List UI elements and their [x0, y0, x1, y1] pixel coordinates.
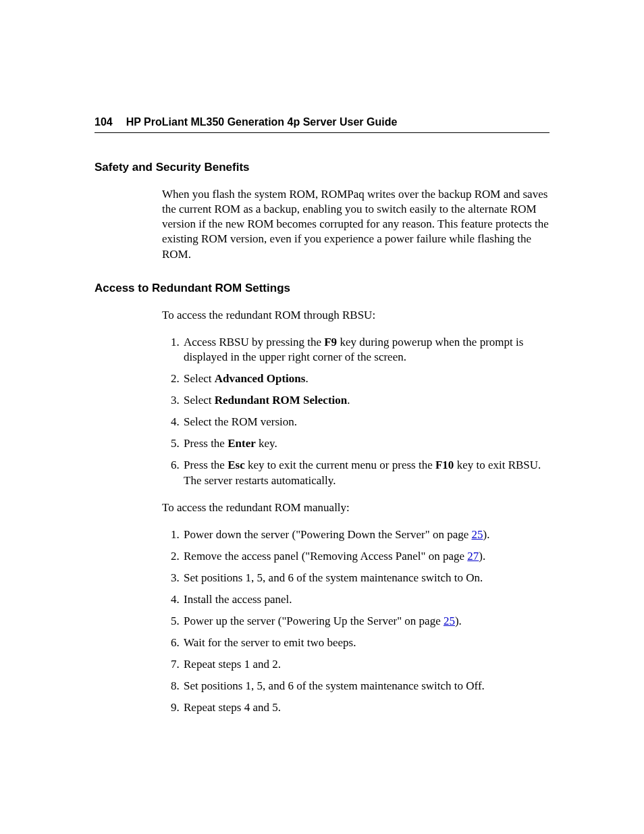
step-bold: Esc: [227, 459, 245, 471]
step-text: .: [347, 394, 350, 407]
list-item: Press the Enter key.: [182, 436, 549, 451]
step-text: Press the: [184, 459, 227, 471]
steps-manual: Power down the server ("Powering Down th…: [162, 527, 549, 716]
safety-paragraph: When you flash the system ROM, ROMPaq wr…: [162, 187, 549, 261]
list-item: Repeat steps 4 and 5.: [182, 700, 549, 715]
list-item: Power up the server ("Powering Up the Se…: [182, 614, 549, 629]
list-item: Repeat steps 1 and 2.: [182, 657, 549, 672]
list-item: Set positions 1, 5, and 6 of the system …: [182, 571, 549, 585]
list-item: Press the Esc key to exit the current me…: [182, 458, 549, 488]
list-item: Install the access panel.: [182, 592, 549, 607]
step-text: Press the: [184, 437, 227, 450]
step-text: ).: [479, 550, 485, 563]
step-text: ).: [455, 615, 462, 627]
step-bold: Redundant ROM Selection: [215, 394, 347, 407]
step-text: ).: [483, 528, 490, 541]
step-text: Power down the server ("Powering Down th…: [184, 528, 472, 541]
step-text: Select: [184, 372, 215, 385]
section-heading-access: Access to Redundant ROM Settings: [95, 281, 549, 296]
list-item: Remove the access panel ("Removing Acces…: [182, 549, 549, 564]
step-text: key.: [256, 437, 277, 450]
step-text: key to exit the current menu or press th…: [245, 459, 435, 471]
list-item: Set positions 1, 5, and 6 of the system …: [182, 679, 549, 694]
step-text: Power up the server ("Powering Up the Se…: [184, 615, 444, 627]
step-bold: Advanced Options: [215, 372, 306, 385]
step-text: Remove the access panel ("Removing Acces…: [184, 550, 467, 563]
list-item: Power down the server ("Powering Down th…: [182, 527, 549, 542]
list-item: Select Advanced Options.: [182, 371, 549, 386]
intro-manual: To access the redundant ROM manually:: [162, 500, 549, 515]
list-item: Wait for the server to emit two beeps.: [182, 635, 549, 650]
page-link-25[interactable]: 25: [472, 528, 483, 541]
document-title: HP ProLiant ML350 Generation 4p Server U…: [126, 116, 398, 128]
section-heading-safety: Safety and Security Benefits: [95, 160, 549, 175]
step-text: Access RBSU by pressing the: [184, 336, 324, 348]
step-text: .: [305, 372, 308, 385]
step-bold: Enter: [227, 437, 256, 450]
list-item: Access RBSU by pressing the F9 key durin…: [182, 335, 549, 365]
list-item: Select Redundant ROM Selection.: [182, 393, 549, 408]
page-link-25b[interactable]: 25: [444, 615, 455, 627]
step-text: Select: [184, 394, 215, 407]
step-bold: F10: [435, 459, 454, 471]
page-link-27[interactable]: 27: [467, 550, 479, 563]
document-page: 104HP ProLiant ML350 Generation 4p Serve…: [0, 0, 644, 716]
step-bold: F9: [324, 336, 337, 348]
intro-rbsu: To access the redundant ROM through RBSU…: [162, 308, 549, 323]
page-header: 104HP ProLiant ML350 Generation 4p Serve…: [95, 115, 549, 133]
list-item: Select the ROM version.: [182, 415, 549, 429]
page-number: 104: [95, 115, 113, 130]
steps-rbsu: Access RBSU by pressing the F9 key durin…: [162, 335, 549, 488]
